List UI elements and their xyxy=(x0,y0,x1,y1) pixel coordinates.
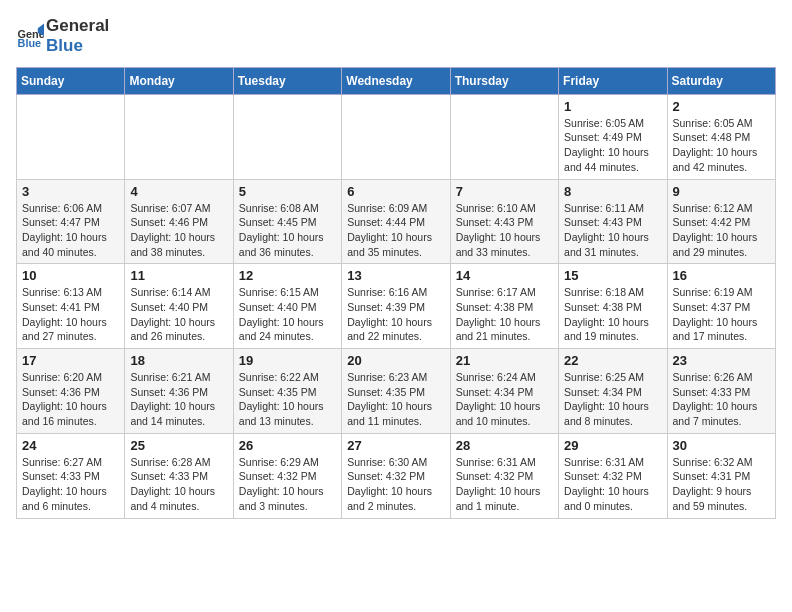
calendar-cell: 8Sunrise: 6:11 AM Sunset: 4:43 PM Daylig… xyxy=(559,179,667,264)
day-number: 25 xyxy=(130,438,227,453)
day-number: 6 xyxy=(347,184,444,199)
day-info: Sunrise: 6:07 AM Sunset: 4:46 PM Dayligh… xyxy=(130,201,227,260)
calendar-cell: 27Sunrise: 6:30 AM Sunset: 4:32 PM Dayli… xyxy=(342,433,450,518)
day-number: 14 xyxy=(456,268,553,283)
day-number: 26 xyxy=(239,438,336,453)
calendar-cell: 19Sunrise: 6:22 AM Sunset: 4:35 PM Dayli… xyxy=(233,349,341,434)
day-number: 20 xyxy=(347,353,444,368)
day-number: 21 xyxy=(456,353,553,368)
day-info: Sunrise: 6:18 AM Sunset: 4:38 PM Dayligh… xyxy=(564,285,661,344)
day-number: 18 xyxy=(130,353,227,368)
calendar-cell: 28Sunrise: 6:31 AM Sunset: 4:32 PM Dayli… xyxy=(450,433,558,518)
calendar-cell: 25Sunrise: 6:28 AM Sunset: 4:33 PM Dayli… xyxy=(125,433,233,518)
calendar-cell: 3Sunrise: 6:06 AM Sunset: 4:47 PM Daylig… xyxy=(17,179,125,264)
day-number: 11 xyxy=(130,268,227,283)
day-info: Sunrise: 6:30 AM Sunset: 4:32 PM Dayligh… xyxy=(347,455,444,514)
day-header-wednesday: Wednesday xyxy=(342,67,450,94)
day-info: Sunrise: 6:16 AM Sunset: 4:39 PM Dayligh… xyxy=(347,285,444,344)
calendar-cell xyxy=(233,94,341,179)
calendar-cell: 1Sunrise: 6:05 AM Sunset: 4:49 PM Daylig… xyxy=(559,94,667,179)
logo-icon: General Blue xyxy=(16,22,44,50)
day-number: 2 xyxy=(673,99,770,114)
day-header-monday: Monday xyxy=(125,67,233,94)
day-number: 27 xyxy=(347,438,444,453)
logo-line2: Blue xyxy=(46,36,109,56)
calendar-cell xyxy=(125,94,233,179)
day-number: 19 xyxy=(239,353,336,368)
calendar-cell: 2Sunrise: 6:05 AM Sunset: 4:48 PM Daylig… xyxy=(667,94,775,179)
day-number: 15 xyxy=(564,268,661,283)
calendar-cell: 11Sunrise: 6:14 AM Sunset: 4:40 PM Dayli… xyxy=(125,264,233,349)
day-number: 1 xyxy=(564,99,661,114)
calendar-cell: 20Sunrise: 6:23 AM Sunset: 4:35 PM Dayli… xyxy=(342,349,450,434)
day-number: 24 xyxy=(22,438,119,453)
day-info: Sunrise: 6:23 AM Sunset: 4:35 PM Dayligh… xyxy=(347,370,444,429)
day-number: 3 xyxy=(22,184,119,199)
calendar-cell: 15Sunrise: 6:18 AM Sunset: 4:38 PM Dayli… xyxy=(559,264,667,349)
day-info: Sunrise: 6:17 AM Sunset: 4:38 PM Dayligh… xyxy=(456,285,553,344)
day-info: Sunrise: 6:09 AM Sunset: 4:44 PM Dayligh… xyxy=(347,201,444,260)
day-info: Sunrise: 6:14 AM Sunset: 4:40 PM Dayligh… xyxy=(130,285,227,344)
page-header: General Blue General Blue xyxy=(16,16,776,57)
day-number: 12 xyxy=(239,268,336,283)
calendar-body: 1Sunrise: 6:05 AM Sunset: 4:49 PM Daylig… xyxy=(17,94,776,518)
calendar-cell: 13Sunrise: 6:16 AM Sunset: 4:39 PM Dayli… xyxy=(342,264,450,349)
day-number: 13 xyxy=(347,268,444,283)
day-number: 5 xyxy=(239,184,336,199)
day-info: Sunrise: 6:32 AM Sunset: 4:31 PM Dayligh… xyxy=(673,455,770,514)
calendar-cell: 26Sunrise: 6:29 AM Sunset: 4:32 PM Dayli… xyxy=(233,433,341,518)
day-info: Sunrise: 6:13 AM Sunset: 4:41 PM Dayligh… xyxy=(22,285,119,344)
day-header-tuesday: Tuesday xyxy=(233,67,341,94)
calendar-cell: 14Sunrise: 6:17 AM Sunset: 4:38 PM Dayli… xyxy=(450,264,558,349)
day-info: Sunrise: 6:05 AM Sunset: 4:48 PM Dayligh… xyxy=(673,116,770,175)
day-info: Sunrise: 6:11 AM Sunset: 4:43 PM Dayligh… xyxy=(564,201,661,260)
day-number: 7 xyxy=(456,184,553,199)
logo-line1: General xyxy=(46,16,109,36)
calendar-cell: 17Sunrise: 6:20 AM Sunset: 4:36 PM Dayli… xyxy=(17,349,125,434)
day-number: 23 xyxy=(673,353,770,368)
day-info: Sunrise: 6:20 AM Sunset: 4:36 PM Dayligh… xyxy=(22,370,119,429)
calendar-cell: 22Sunrise: 6:25 AM Sunset: 4:34 PM Dayli… xyxy=(559,349,667,434)
day-info: Sunrise: 6:22 AM Sunset: 4:35 PM Dayligh… xyxy=(239,370,336,429)
calendar-cell: 29Sunrise: 6:31 AM Sunset: 4:32 PM Dayli… xyxy=(559,433,667,518)
calendar-header: SundayMondayTuesdayWednesdayThursdayFrid… xyxy=(17,67,776,94)
day-info: Sunrise: 6:10 AM Sunset: 4:43 PM Dayligh… xyxy=(456,201,553,260)
day-number: 30 xyxy=(673,438,770,453)
day-info: Sunrise: 6:24 AM Sunset: 4:34 PM Dayligh… xyxy=(456,370,553,429)
day-info: Sunrise: 6:06 AM Sunset: 4:47 PM Dayligh… xyxy=(22,201,119,260)
calendar-cell: 7Sunrise: 6:10 AM Sunset: 4:43 PM Daylig… xyxy=(450,179,558,264)
day-header-saturday: Saturday xyxy=(667,67,775,94)
day-info: Sunrise: 6:15 AM Sunset: 4:40 PM Dayligh… xyxy=(239,285,336,344)
calendar-cell: 30Sunrise: 6:32 AM Sunset: 4:31 PM Dayli… xyxy=(667,433,775,518)
day-info: Sunrise: 6:26 AM Sunset: 4:33 PM Dayligh… xyxy=(673,370,770,429)
day-number: 22 xyxy=(564,353,661,368)
day-number: 9 xyxy=(673,184,770,199)
calendar-cell: 24Sunrise: 6:27 AM Sunset: 4:33 PM Dayli… xyxy=(17,433,125,518)
day-number: 17 xyxy=(22,353,119,368)
day-info: Sunrise: 6:25 AM Sunset: 4:34 PM Dayligh… xyxy=(564,370,661,429)
calendar-cell: 6Sunrise: 6:09 AM Sunset: 4:44 PM Daylig… xyxy=(342,179,450,264)
calendar-cell: 21Sunrise: 6:24 AM Sunset: 4:34 PM Dayli… xyxy=(450,349,558,434)
day-number: 4 xyxy=(130,184,227,199)
day-info: Sunrise: 6:05 AM Sunset: 4:49 PM Dayligh… xyxy=(564,116,661,175)
day-info: Sunrise: 6:27 AM Sunset: 4:33 PM Dayligh… xyxy=(22,455,119,514)
calendar-cell xyxy=(342,94,450,179)
day-number: 29 xyxy=(564,438,661,453)
day-info: Sunrise: 6:29 AM Sunset: 4:32 PM Dayligh… xyxy=(239,455,336,514)
calendar-cell: 10Sunrise: 6:13 AM Sunset: 4:41 PM Dayli… xyxy=(17,264,125,349)
day-header-thursday: Thursday xyxy=(450,67,558,94)
calendar-cell: 5Sunrise: 6:08 AM Sunset: 4:45 PM Daylig… xyxy=(233,179,341,264)
day-info: Sunrise: 6:28 AM Sunset: 4:33 PM Dayligh… xyxy=(130,455,227,514)
day-number: 10 xyxy=(22,268,119,283)
day-info: Sunrise: 6:12 AM Sunset: 4:42 PM Dayligh… xyxy=(673,201,770,260)
calendar-cell: 18Sunrise: 6:21 AM Sunset: 4:36 PM Dayli… xyxy=(125,349,233,434)
calendar-cell: 23Sunrise: 6:26 AM Sunset: 4:33 PM Dayli… xyxy=(667,349,775,434)
logo: General Blue General Blue xyxy=(16,16,109,57)
calendar-cell: 9Sunrise: 6:12 AM Sunset: 4:42 PM Daylig… xyxy=(667,179,775,264)
calendar-cell: 16Sunrise: 6:19 AM Sunset: 4:37 PM Dayli… xyxy=(667,264,775,349)
day-header-sunday: Sunday xyxy=(17,67,125,94)
day-info: Sunrise: 6:19 AM Sunset: 4:37 PM Dayligh… xyxy=(673,285,770,344)
day-info: Sunrise: 6:08 AM Sunset: 4:45 PM Dayligh… xyxy=(239,201,336,260)
day-header-friday: Friday xyxy=(559,67,667,94)
calendar-cell: 12Sunrise: 6:15 AM Sunset: 4:40 PM Dayli… xyxy=(233,264,341,349)
